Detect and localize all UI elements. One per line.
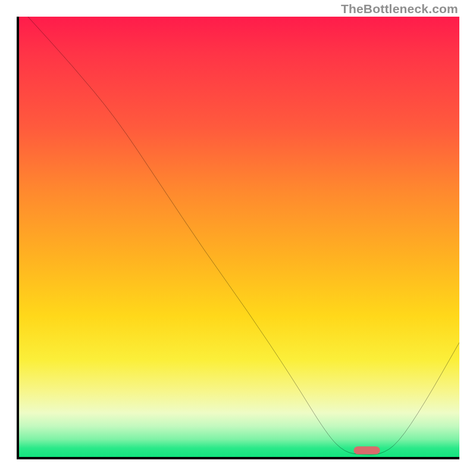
watermark-text: TheBottleneck.com — [341, 2, 458, 16]
plot-area — [17, 17, 459, 459]
chart-frame: TheBottleneck.com — [0, 0, 476, 476]
background-gradient — [19, 17, 459, 457]
